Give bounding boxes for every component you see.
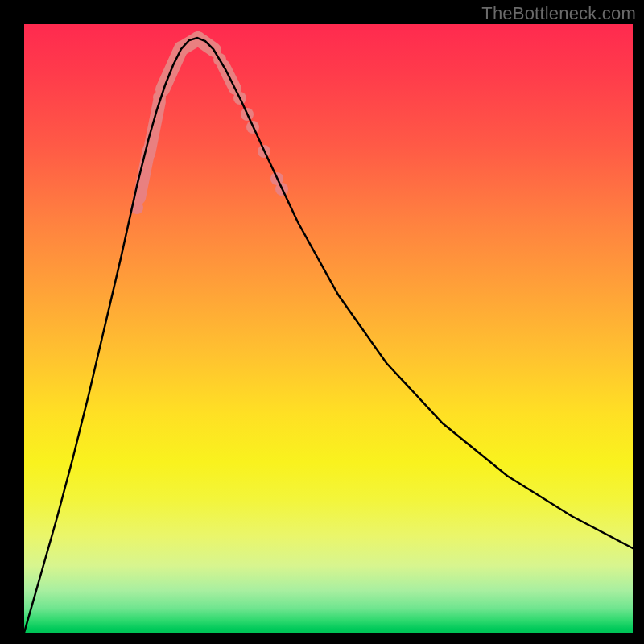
- bottleneck-curve: [24, 38, 633, 633]
- watermark-text: TheBottleneck.com: [481, 3, 636, 24]
- chart-svg: [24, 24, 633, 633]
- marker-layer: [130, 39, 288, 214]
- plot-area: [24, 24, 633, 633]
- chart-frame: TheBottleneck.com: [0, 0, 644, 644]
